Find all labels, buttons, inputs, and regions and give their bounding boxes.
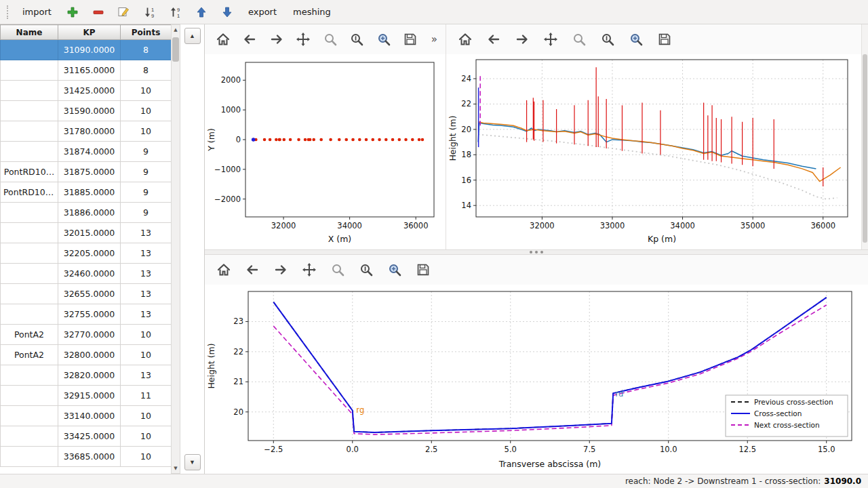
table-row[interactable]: 32820.000013 — [1, 365, 172, 386]
kp-cell[interactable]: 32655.0000 — [58, 284, 121, 304]
move-row-up-button[interactable]: ▲ — [184, 28, 201, 44]
points-cell[interactable]: 9 — [121, 203, 172, 223]
table-row[interactable]: 32655.000013 — [1, 284, 172, 304]
kp-cell[interactable]: 32800.0000 — [58, 345, 121, 365]
points-cell[interactable]: 10 — [121, 406, 172, 426]
table-row[interactable]: PontRD101v31885.00009 — [1, 182, 172, 203]
pan-button[interactable] — [298, 259, 320, 281]
name-cell[interactable] — [1, 121, 58, 142]
table-row[interactable]: PontRD10…31875.00009 — [1, 162, 172, 182]
name-cell[interactable] — [1, 142, 58, 162]
table-row[interactable]: 31874.00009 — [1, 142, 172, 162]
table-row[interactable]: 32755.000013 — [1, 304, 172, 325]
table-row[interactable]: 32460.000013 — [1, 264, 172, 284]
zoom-button[interactable] — [320, 28, 340, 50]
kp-cell[interactable]: 32460.0000 — [58, 264, 121, 284]
points-cell[interactable]: 13 — [121, 304, 172, 325]
points-cell[interactable]: 13 — [121, 365, 172, 386]
scroll-down-button[interactable]: ▼ — [172, 464, 180, 473]
name-cell[interactable]: PontRD101v — [1, 182, 58, 203]
kp-cell[interactable]: 32770.0000 — [58, 325, 121, 345]
table-row[interactable]: 33140.000010 — [1, 406, 172, 426]
pan-button[interactable] — [293, 28, 313, 50]
name-cell[interactable] — [1, 203, 58, 223]
name-cell[interactable] — [1, 60, 58, 81]
move-row-down-button[interactable]: ▼ — [184, 454, 201, 470]
kp-cell[interactable]: 32205.0000 — [58, 243, 121, 264]
kp-cell[interactable]: 32015.0000 — [58, 223, 121, 243]
pane-splitter[interactable] — [205, 249, 868, 255]
name-cell[interactable] — [1, 284, 58, 304]
kp-cell[interactable]: 33425.0000 — [58, 426, 121, 447]
name-cell[interactable] — [1, 101, 58, 121]
points-cell[interactable]: 13 — [121, 243, 172, 264]
points-cell[interactable]: 10 — [121, 121, 172, 142]
longitudinal-profile-chart[interactable]: 3200033000340003500036000141618202224Kp … — [446, 54, 857, 247]
move-down-button[interactable] — [218, 3, 236, 21]
points-cell[interactable]: 11 — [121, 386, 172, 406]
kp-cell[interactable]: 33140.0000 — [58, 406, 121, 426]
table-row[interactable]: PontA232770.000010 — [1, 325, 172, 345]
points-cell[interactable]: 10 — [121, 101, 172, 121]
home-button[interactable] — [454, 28, 476, 50]
points-cell[interactable]: 10 — [121, 345, 172, 365]
points-cell[interactable]: 13 — [121, 223, 172, 243]
back-button[interactable] — [483, 28, 505, 50]
forward-button[interactable] — [511, 28, 533, 50]
meshing-menu[interactable]: meshing — [289, 5, 335, 19]
name-cell[interactable]: PontRD10… — [1, 162, 58, 182]
column-header-name[interactable]: Name — [1, 25, 58, 40]
table-row[interactable]: 33685.000010 — [1, 447, 172, 467]
table-row[interactable]: 31886.00009 — [1, 203, 172, 223]
points-cell[interactable]: 10 — [121, 325, 172, 345]
table-row[interactable]: 31780.000010 — [1, 121, 172, 142]
table-row[interactable]: 32915.000011 — [1, 386, 172, 406]
kp-cell[interactable]: 31590.0000 — [58, 101, 121, 121]
add-cross-section-button[interactable] — [64, 3, 81, 21]
column-header-points[interactable]: Points — [121, 25, 172, 40]
kp-cell[interactable]: 32755.0000 — [58, 304, 121, 325]
back-button[interactable] — [241, 259, 263, 281]
plots-scrollbar[interactable] — [861, 24, 868, 249]
column-header-kp[interactable]: KP — [58, 25, 121, 40]
table-row[interactable]: 31165.00008 — [1, 60, 172, 81]
points-cell[interactable]: 9 — [121, 142, 172, 162]
zoom-region-button[interactable] — [374, 28, 393, 50]
kp-cell[interactable]: 31425.0000 — [58, 81, 121, 101]
home-button[interactable] — [213, 28, 233, 50]
forward-button[interactable] — [267, 28, 286, 50]
save-button[interactable] — [412, 259, 434, 281]
plots-scrollbar-thumb[interactable] — [863, 54, 867, 243]
customize-button[interactable] — [597, 28, 618, 50]
name-cell[interactable] — [1, 386, 58, 406]
kp-cell[interactable]: 31090.0000 — [58, 40, 121, 60]
name-cell[interactable] — [1, 81, 58, 101]
table-row[interactable]: PontA232800.000010 — [1, 345, 172, 365]
save-button[interactable] — [400, 28, 420, 50]
name-cell[interactable]: PontA2 — [1, 345, 58, 365]
toolbar-overflow-button[interactable]: » — [431, 33, 437, 45]
scrollbar-track[interactable] — [172, 35, 180, 464]
points-cell[interactable]: 13 — [121, 284, 172, 304]
zoom-button[interactable] — [568, 28, 590, 50]
kp-cell[interactable]: 31780.0000 — [58, 121, 121, 142]
home-button[interactable] — [213, 259, 235, 281]
points-cell[interactable]: 10 — [121, 426, 172, 447]
kp-cell[interactable]: 31874.0000 — [58, 142, 121, 162]
kp-cell[interactable]: 31886.0000 — [58, 203, 121, 223]
table-row[interactable]: 31425.000010 — [1, 81, 172, 101]
name-cell[interactable] — [1, 40, 58, 60]
name-cell[interactable]: PontA2 — [1, 325, 58, 345]
points-cell[interactable]: 8 — [121, 60, 172, 81]
name-cell[interactable] — [1, 426, 58, 447]
name-cell[interactable] — [1, 304, 58, 325]
zoom-region-button[interactable] — [625, 28, 647, 50]
name-cell[interactable] — [1, 223, 58, 243]
back-button[interactable] — [239, 28, 259, 50]
save-button[interactable] — [654, 28, 675, 50]
kp-cell[interactable]: 31885.0000 — [58, 182, 121, 203]
points-cell[interactable]: 9 — [121, 182, 172, 203]
table-row[interactable]: 31590.000010 — [1, 101, 172, 121]
cross-section-chart[interactable]: rgrd−2.50.02.55.07.510.012.515.020212223… — [205, 285, 863, 472]
kp-cell[interactable]: 31165.0000 — [58, 60, 121, 81]
